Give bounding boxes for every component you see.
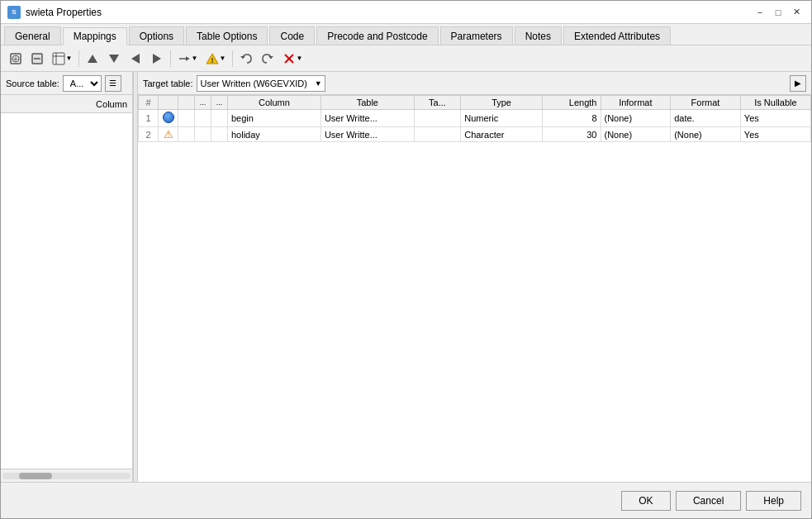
row-2-format: (None) [671,127,741,142]
toolbar-separator-3 [232,50,233,67]
source-header: Source table: A... ☰ [1,72,132,95]
toolbar-separator-1 [78,50,79,67]
col-header-format: Format [671,96,741,110]
col-header-dots2: ... [211,96,228,110]
source-scrollbar-thumb[interactable] [19,473,52,479]
row-2-type: Character [461,127,543,142]
tab-extended[interactable]: Extended Attributes [563,26,671,45]
row-1-ta [414,110,460,127]
undo-button[interactable] [236,49,256,69]
col-header-length: Length [542,96,601,110]
tab-notes[interactable]: Notes [515,26,562,45]
row-1-column: begin [228,110,321,127]
minimize-button[interactable]: − [752,4,768,21]
move-down-button[interactable] [104,49,124,69]
source-scrollbar[interactable] [1,469,132,482]
table-dropdown-button[interactable]: ▼ [49,49,75,69]
target-label-row: Target table: User Written (W6GEVXID) ▼ [143,75,325,92]
row-1-dots1 [195,110,211,127]
row-1-format: date. [671,110,741,127]
source-expand-button[interactable]: ☰ [105,75,121,92]
content-area: Source table: A... ☰ Column [1,72,811,482]
col-header-informat: Informat [601,96,671,110]
target-label: Target table: [143,79,193,88]
tab-precode[interactable]: Precode and Postcode [316,26,438,45]
svg-text:+: + [13,55,18,64]
col-header-icon [159,96,178,110]
row-2-icon: ⚠ [159,127,178,142]
row-2-informat: (None) [601,127,671,142]
tab-bar: General Mappings Options Table Options C… [1,24,811,45]
source-table-dropdown[interactable]: A... [63,75,102,92]
svg-marker-11 [153,54,161,64]
mapping-grid[interactable]: # ... ... Column Table Ta... Type Length… [138,95,811,482]
col-header-dots1: ... [195,96,211,110]
row-1-icon [159,110,178,127]
row-1-informat: (None) [601,110,671,127]
app-icon: S [7,6,21,19]
close-button[interactable]: ✕ [788,4,805,21]
row-1-type: Numeric [461,110,543,127]
col-header-check [178,96,195,110]
row-2-table: User Writte... [321,127,414,142]
target-header: Target table: User Written (W6GEVXID) ▼ … [138,72,811,95]
svg-marker-9 [109,55,119,63]
tab-table-options[interactable]: Table Options [186,26,268,45]
remove-button[interactable] [27,49,47,69]
title-controls: − □ ✕ [752,4,805,21]
table-row[interactable]: 2 ⚠ holiday User Writte... Character 3 [139,127,811,142]
move-up-button[interactable] [83,49,102,69]
title-bar-left: S swieta Properties [7,6,102,19]
arrow-dropdown-button[interactable]: ▼ [174,49,201,69]
move-right-button[interactable] [147,49,167,69]
svg-marker-13 [186,56,189,61]
tab-options[interactable]: Options [129,26,184,45]
row-1-num: 1 [139,110,159,127]
add-button[interactable]: + [6,49,26,69]
col-header-num: # [139,96,159,110]
tab-mappings[interactable]: Mappings [63,27,127,45]
row-1-table: User Writte... [321,110,414,127]
tab-general[interactable]: General [4,26,61,45]
row-2-length: 30 [542,127,601,142]
col-header-column: Column [228,96,321,110]
warn-dropdown-button[interactable]: ! ▼ [202,49,229,69]
row-2-dots2 [211,127,228,142]
row-1-nullable: Yes [740,110,810,127]
svg-text:!: ! [211,56,213,64]
target-table-dropdown[interactable]: User Written (W6GEVXID) [197,75,325,92]
tab-code[interactable]: Code [269,26,315,45]
redo-button[interactable] [258,49,278,69]
svg-marker-8 [88,55,97,63]
toolbar: + ▼ [1,45,811,72]
mapping-table: # ... ... Column Table Ta... Type Length… [138,95,811,142]
cancel-button[interactable]: Cancel [676,491,741,511]
source-panel: Source table: A... ☰ Column [1,72,133,482]
col-header-nullable: Is Nullable [740,96,810,110]
window-title: swieta Properties [26,7,102,18]
row-2-dots1 [195,127,211,142]
svg-rect-5 [53,53,64,64]
help-button[interactable]: Help [746,491,801,511]
maximize-button[interactable]: □ [770,4,786,21]
target-expand-button[interactable]: ▶ [790,75,806,92]
svg-marker-10 [131,54,140,64]
row-1-length: 8 [542,110,601,127]
move-left-button[interactable] [126,49,145,69]
table-row[interactable]: 1 begin User Writte... Numeric 8 [139,110,811,127]
row-2-column: holiday [228,127,321,142]
toolbar-separator-2 [170,50,171,67]
target-panel: Target table: User Written (W6GEVXID) ▼ … [138,72,811,482]
tab-parameters[interactable]: Parameters [440,26,513,45]
source-body [1,113,132,469]
svg-marker-17 [268,56,273,59]
grid-header-row: # ... ... Column Table Ta... Type Length… [139,96,811,110]
delete-dropdown-button[interactable]: ▼ [279,49,306,69]
source-scrollbar-track[interactable] [2,473,131,479]
col-header-type: Type [461,96,543,110]
title-bar: S swieta Properties − □ ✕ [1,1,811,24]
ok-button[interactable]: OK [621,491,671,511]
col-header-ta: Ta... [414,96,460,110]
svg-marker-16 [240,56,245,59]
row-1-check [178,110,195,127]
